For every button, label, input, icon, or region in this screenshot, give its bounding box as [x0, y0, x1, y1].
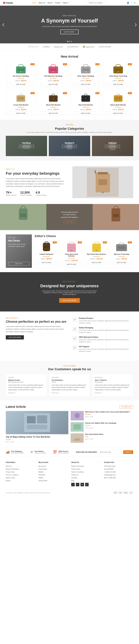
- hero-prev-arrow[interactable]: ❮: [2, 23, 4, 26]
- photo-strip-btn[interactable]: SHOP NOW: [64, 220, 75, 223]
- stat-products: 12,500 Products Available: [20, 191, 32, 196]
- add-to-cart-btn[interactable]: ADD TO CART: [87, 261, 106, 264]
- footer-link-sitemap[interactable]: Site Map: [71, 477, 77, 478]
- social-twitter[interactable]: t: [76, 483, 79, 486]
- footer-account-title: My Account: [38, 461, 68, 464]
- search-input[interactable]: [88, 1, 108, 4]
- product-badge: Sale: [95, 63, 100, 65]
- footer-link-returns[interactable]: Returns Policy: [6, 477, 15, 478]
- footer-link-terms2[interactable]: Terms & Conditions: [71, 471, 84, 473]
- add-to-cart-btn[interactable]: ADD TO CART: [40, 112, 66, 115]
- footer-link-about[interactable]: About Us: [6, 466, 12, 467]
- product-image: [79, 64, 92, 74]
- product-badge: Sale: [63, 63, 67, 65]
- hot-deals-title: Hot Deals: [8, 239, 29, 242]
- cat-suitcase-btn[interactable]: VIEW PRODUCTS: [105, 145, 120, 148]
- hero-shop-btn[interactable]: SHOP NOW !: [60, 30, 78, 34]
- cat-handbag-btn[interactable]: VIEW PRODUCTS: [19, 145, 34, 148]
- product-name: Color Beads Travel Bag: [105, 75, 131, 77]
- add-to-cart-btn[interactable]: ADD TO CART: [105, 83, 131, 86]
- footer-link-affiliate[interactable]: Affiliate: [38, 477, 43, 478]
- footer-link-newsletter[interactable]: Newsletter: [38, 474, 45, 476]
- add-to-cart-btn[interactable]: ADD TO CART: [73, 112, 99, 115]
- footer-link-blog[interactable]: Blog: [71, 480, 74, 482]
- hero-dot-1[interactable]: [67, 41, 68, 42]
- feature-premium-icon: ✓: [72, 317, 77, 322]
- social-pinterest[interactable]: p: [85, 483, 89, 486]
- add-to-cart-btn[interactable]: ADD TO CART: [8, 83, 34, 86]
- unique-section: Best Product Designed for your uniquenes…: [0, 272, 139, 312]
- unique-btn[interactable]: DISCOVER MORE: [59, 298, 80, 303]
- testimonials-section: Our Customers Our Customers speak for us…: [0, 361, 139, 400]
- hero-next-arrow[interactable]: ❯: [135, 23, 137, 26]
- footer-col-about: About Us Delivery Information Privacy Po…: [71, 461, 101, 486]
- choose-discover-btn[interactable]: DISCOVER MORE: [6, 335, 24, 340]
- stat-customers-label: Happy Customer: [6, 194, 17, 196]
- social-facebook[interactable]: f: [71, 483, 75, 486]
- product-price: $97.00 $85.00: [112, 258, 131, 260]
- article-small-3-content: New Spring Body Styles Style April 3, 20…: [85, 433, 104, 443]
- article-small-1-content: What Does It Take to Make It As A Succes…: [85, 411, 130, 420]
- product-name: Big Yellow Hard Suitcase: [87, 253, 106, 255]
- article-small-2-title: Pairing Your Wallets With Your Handbags: [85, 422, 116, 424]
- footer-link-brands[interactable]: Brands: [6, 480, 10, 482]
- all-articles-btn[interactable]: ALL ARTICLES: [120, 405, 133, 408]
- footer-link-delivery[interactable]: Delivery Information: [6, 468, 19, 470]
- nav-home[interactable]: Home: [32, 2, 36, 4]
- pop-cat-title: Popular Categories: [0, 127, 139, 130]
- product-card: Sale Zip Closure Handbag ★★★★★ $35.00 $2…: [6, 62, 36, 88]
- product-image: [14, 64, 27, 74]
- hot-deals-btn[interactable]: SHOP NOW: [8, 262, 29, 266]
- nav-about[interactable]: About Us: [39, 2, 45, 4]
- product-name: Black Plait Wristlet: [73, 104, 99, 106]
- logo[interactable]: 🎒 bagage: [3, 2, 13, 4]
- product-stars: ★★★★★: [62, 257, 81, 259]
- feature-return-desc: Return in 30 days: [35, 452, 46, 454]
- product-badge: New: [95, 92, 100, 94]
- add-to-cart-btn[interactable]: ADD TO CART: [62, 263, 81, 266]
- article-small-2-date: April 3, 2022: [85, 427, 116, 429]
- wishlist-icon[interactable]: ♡: [131, 2, 132, 4]
- footer-link-terms[interactable]: Terms & Conditions: [6, 474, 18, 476]
- nav-contact[interactable]: Contact: [55, 2, 60, 4]
- testimonial-card: ★★★★★ Jack J. Ramirez Photography Lorem …: [92, 374, 133, 396]
- hero-dot-3[interactable]: [71, 41, 72, 42]
- add-to-cart-btn[interactable]: ADD TO CART: [105, 112, 131, 115]
- footer-link-contact[interactable]: Contact Us: [71, 474, 78, 476]
- add-to-cart-btn[interactable]: ADD TO CART: [8, 112, 34, 115]
- social-linkedin[interactable]: in: [81, 483, 84, 486]
- footer-link-orders[interactable]: Order History: [38, 468, 47, 470]
- payment-amex: AMEX: [124, 492, 128, 494]
- nav-pages[interactable]: Pages ▾: [63, 2, 68, 4]
- feature-warranty-title: 100% Warranty Product: [79, 336, 133, 338]
- add-to-cart-btn[interactable]: ADD TO CART: [40, 83, 66, 86]
- hot-deals-desc: Lorem ipsum dolor sit amet consectetur a…: [8, 243, 29, 248]
- nav-shop[interactable]: Shop ▾: [47, 2, 53, 4]
- newsletter-input[interactable]: [99, 450, 122, 454]
- photo-strip: Just get a bag and dropit in with it and…: [0, 204, 139, 230]
- feature-support-icon: ✓: [72, 346, 77, 350]
- feature-safety-icon: ✓: [72, 327, 77, 331]
- add-to-cart-btn[interactable]: ADD TO CART: [112, 261, 131, 264]
- footer-link-privacy[interactable]: Privacy Policy: [6, 471, 15, 473]
- footer-link-specials[interactable]: Special Offers: [38, 480, 48, 482]
- testimonial-stars: ★★★★★: [52, 376, 88, 378]
- add-to-cart-btn[interactable]: ADD TO CART: [37, 261, 56, 264]
- footer-link-privacy2[interactable]: Privacy Policy: [71, 468, 80, 470]
- hero-dot-2[interactable]: [69, 41, 70, 42]
- article-small-2-image: [71, 422, 84, 432]
- add-to-cart-btn[interactable]: ADD TO CART: [73, 83, 99, 86]
- footer-link-wishlist[interactable]: Wishlist: [38, 471, 43, 473]
- footer-link-delivery2[interactable]: Delivery Information: [71, 466, 84, 467]
- newsletter-btn[interactable]: SIGN UP: [123, 450, 133, 454]
- product-old-price: $45.00: [80, 80, 85, 82]
- footer-email[interactable]: info@bagage.com: [104, 474, 116, 476]
- svg-point-14: [20, 98, 21, 99]
- footer-link-myaccount[interactable]: My Account: [38, 466, 46, 467]
- cart-icon[interactable]: 🛒: [134, 2, 136, 4]
- cat-backpack-btn[interactable]: VIEW PRODUCTS: [62, 145, 77, 148]
- product-badge: Sale: [78, 242, 82, 244]
- user-icon[interactable]: 👤: [127, 2, 129, 4]
- product-new-price: $50.00: [118, 80, 124, 82]
- footer-phone[interactable]: +1 (800) 123-4567: [104, 471, 116, 473]
